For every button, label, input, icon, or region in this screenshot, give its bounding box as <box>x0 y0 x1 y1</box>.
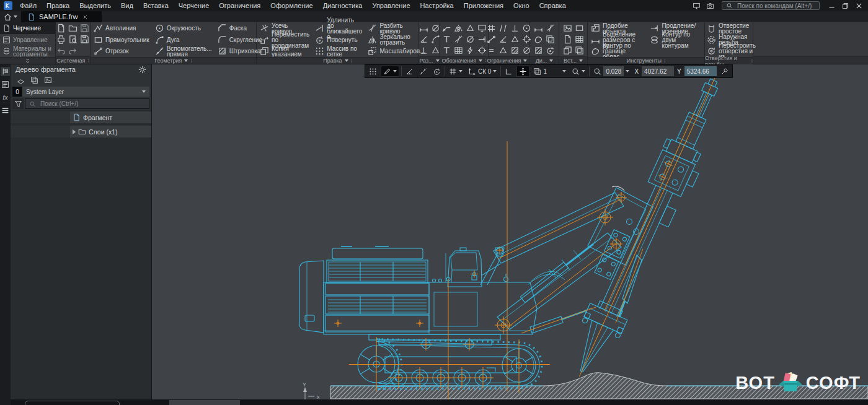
ribbon-item-hatch[interactable]: Штриховка <box>218 46 263 56</box>
ribbon-item-rotate[interactable]: Повернуть <box>315 35 362 45</box>
ribbon-item-auxline[interactable]: Вспомогатель... прямая <box>155 46 212 56</box>
tree-search-input[interactable] <box>39 100 132 108</box>
circle-snap-button[interactable] <box>431 66 443 77</box>
ribbon-item-hole[interactable]: Отверстие простое <box>707 23 756 33</box>
menu-item[interactable]: Черчение <box>174 0 215 11</box>
snap-toggle-button[interactable] <box>516 66 529 77</box>
tab-drafting[interactable]: Черчение <box>0 22 55 34</box>
tab-materials[interactable]: Материалы и сортаменты <box>0 45 55 57</box>
bottom-pill[interactable] <box>25 401 120 405</box>
menu-item[interactable]: Настройка <box>415 0 459 11</box>
drawing-canvas[interactable]: Y x ВОТ СОФТ <box>152 64 868 399</box>
eyedropper-button[interactable] <box>719 66 730 77</box>
measure-icon[interactable] <box>534 24 543 33</box>
x-coordinate-field[interactable]: 4027.62 <box>642 66 674 76</box>
ribbon-item-autoline[interactable]: Автолиния <box>94 23 149 33</box>
datum-icon[interactable] <box>454 35 463 44</box>
insert-copy-icon[interactable] <box>563 46 572 55</box>
arc-dim-icon[interactable] <box>431 35 440 44</box>
coordinate-system-button[interactable]: СК 0 <box>466 66 498 77</box>
menu-item[interactable]: Окно <box>508 0 534 11</box>
view-icon[interactable] <box>477 24 487 33</box>
dimension-icon[interactable] <box>419 24 428 33</box>
insert-table-icon[interactable] <box>575 35 584 44</box>
tab-management[interactable]: Управление <box>0 34 55 46</box>
center-mark-icon[interactable] <box>477 46 487 55</box>
scrollbar-thumb[interactable] <box>169 400 240 405</box>
expand-arrow-icon[interactable] <box>73 129 76 134</box>
check-hatch-icon[interactable] <box>534 46 543 55</box>
text-icon[interactable] <box>442 35 451 44</box>
kompas-logo-icon[interactable] <box>4 1 12 10</box>
tree-search-field[interactable] <box>25 98 149 109</box>
chevron-down-icon[interactable] <box>345 59 348 62</box>
refresh-icon[interactable] <box>546 46 555 55</box>
align-icon[interactable] <box>487 24 496 33</box>
filter-button[interactable] <box>12 98 24 109</box>
zoom-tool-button[interactable] <box>570 66 587 77</box>
menu-panel-button[interactable] <box>1 106 10 115</box>
ribbon-item-copy[interactable]: Копия указанием <box>260 46 309 56</box>
layer-flat-icon[interactable] <box>17 76 25 84</box>
ribbon-item-segment[interactable]: Отрезок <box>94 46 149 56</box>
menu-item[interactable]: Правка <box>42 0 74 11</box>
fix-icon[interactable] <box>510 35 520 44</box>
close-tab-icon[interactable] <box>81 14 89 20</box>
zoom-scale-value[interactable]: 0.028 <box>603 66 624 76</box>
ribbon-item-scale[interactable]: Масштабиров... <box>368 46 425 56</box>
minimize-button[interactable] <box>825 1 838 10</box>
menu-item[interactable]: Диагностика <box>318 0 368 11</box>
big-text-icon[interactable] <box>442 46 451 55</box>
restore-button[interactable] <box>838 1 852 10</box>
new-doc-icon[interactable] <box>56 24 66 33</box>
ribbon-item-array[interactable]: Массив по сетке <box>315 46 362 56</box>
menu-item[interactable]: Вставка <box>138 0 174 11</box>
close-button[interactable] <box>852 1 866 10</box>
parameters-panel-button[interactable] <box>1 80 10 89</box>
variables-panel-button[interactable]: fx <box>1 93 10 102</box>
tree-panel-button[interactable] <box>1 67 10 76</box>
bolt-mark-icon[interactable] <box>466 46 475 55</box>
gear-icon[interactable] <box>138 66 146 74</box>
tree-node-layers[interactable]: Слои (x1) <box>11 126 151 137</box>
open-icon[interactable] <box>68 24 78 33</box>
insert-fragment-icon[interactable] <box>563 35 572 44</box>
ribbon-item-fillet[interactable]: Скругление <box>218 35 263 45</box>
equal-icon[interactable] <box>498 46 508 55</box>
menu-item[interactable]: Приложения <box>459 0 508 11</box>
parallel-icon[interactable] <box>498 24 508 33</box>
vert-eq-icon[interactable] <box>487 46 496 55</box>
angle-dim-icon[interactable] <box>419 35 428 44</box>
undo-icon[interactable] <box>56 46 66 55</box>
point-snap-button[interactable] <box>417 66 429 77</box>
command-search-input[interactable] <box>736 2 817 10</box>
ribbon-item-extend[interactable]: Удлинить до ближайшего о... <box>315 23 362 33</box>
menu-item[interactable]: Оформление <box>265 0 317 11</box>
menu-item[interactable]: Ограничения <box>214 0 265 11</box>
cut-icon[interactable] <box>477 35 487 44</box>
segment-c-icon[interactable] <box>487 35 496 44</box>
chain-icon[interactable] <box>546 24 555 33</box>
tri-dim-icon[interactable] <box>431 46 440 55</box>
diameter-dim-icon[interactable] <box>431 24 440 33</box>
zoom-scale-control[interactable]: 0.028 <box>591 66 631 77</box>
redo-icon[interactable] <box>68 46 78 55</box>
insert-rect-icon[interactable] <box>575 24 584 33</box>
home-button[interactable] <box>0 11 21 22</box>
preview-icon[interactable] <box>68 35 78 44</box>
angle-snap-button[interactable] <box>404 66 415 77</box>
angle-c-icon[interactable] <box>498 35 508 44</box>
chevron-down-icon[interactable] <box>479 59 482 62</box>
menu-item[interactable]: Вид <box>116 0 138 11</box>
command-search[interactable] <box>722 1 820 10</box>
ribbon-item-move[interactable]: Переместить по координатам <box>260 35 309 45</box>
ribbon-item-chamfer[interactable]: Фаска <box>218 23 263 33</box>
chevron-down-icon[interactable] <box>579 59 583 62</box>
ribbon-item-mirror[interactable]: Зеркально отразить <box>368 35 425 45</box>
surface-icon[interactable] <box>466 24 475 33</box>
grid-dots-button[interactable] <box>367 66 379 77</box>
document-tab[interactable]: SAMPLE.frw <box>21 11 102 22</box>
save-icon[interactable] <box>80 24 89 33</box>
ribbon-item-rectangle[interactable]: Прямоугольник <box>94 35 149 45</box>
menu-item[interactable]: Выделить <box>74 0 116 11</box>
